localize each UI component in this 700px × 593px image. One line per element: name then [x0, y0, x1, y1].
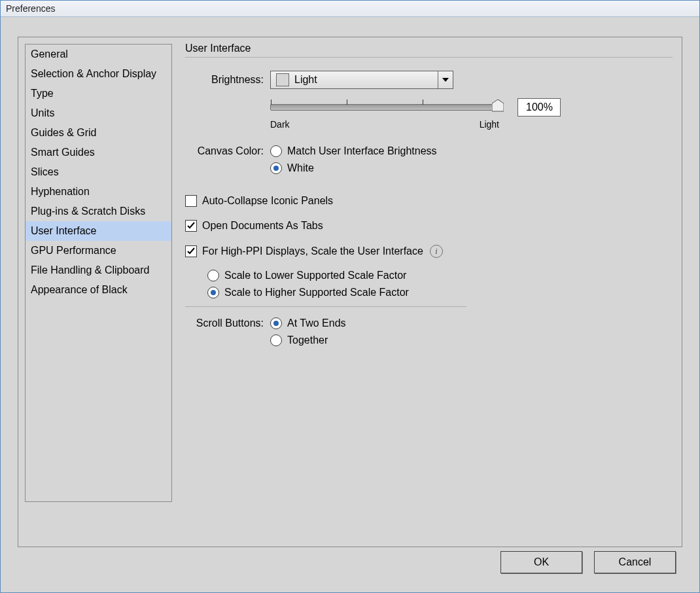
radio-label: At Two Ends	[287, 317, 346, 329]
nav-item-selection-anchor[interactable]: Selection & Anchor Display	[26, 64, 171, 84]
slider-label-dark: Dark	[270, 119, 290, 130]
canvas-color-match-ui[interactable]: Match User Interface Brightness	[270, 145, 437, 157]
scroll-together-radio[interactable]: Together	[270, 334, 346, 346]
nav-item-guides-grid[interactable]: Guides & Grid	[26, 123, 171, 143]
brightness-selected-value: Light	[294, 74, 438, 86]
open-as-tabs-checkbox[interactable]: Open Documents As Tabs	[185, 220, 673, 232]
cancel-button[interactable]: Cancel	[594, 551, 676, 573]
slider-thumb-icon[interactable]	[492, 99, 504, 113]
radio-icon	[270, 162, 282, 174]
radio-label: Scale to Higher Supported Scale Factor	[224, 287, 409, 298]
radio-icon	[270, 145, 282, 157]
radio-label: Scale to Lower Supported Scale Factor	[224, 270, 406, 281]
scroll-buttons-label: Scroll Buttons:	[185, 317, 264, 329]
checkbox-label: For High-PPI Displays, Scale the User In…	[202, 245, 423, 257]
brightness-percent-field[interactable]: 100%	[517, 98, 561, 117]
radio-icon	[270, 334, 282, 346]
slider-labels: Dark Light	[270, 119, 499, 130]
nav-item-plugins-scratch[interactable]: Plug-ins & Scratch Disks	[26, 202, 171, 221]
scroll-buttons-radiogroup: At Two Ends Together	[270, 317, 346, 351]
nav-item-user-interface[interactable]: User Interface	[26, 221, 171, 241]
radio-icon	[270, 317, 282, 329]
preferences-category-list[interactable]: General Selection & Anchor Display Type …	[25, 44, 172, 502]
canvas-color-row: Canvas Color: Match User Interface Brigh…	[185, 145, 673, 179]
divider	[185, 306, 466, 307]
brightness-dropdown[interactable]: Light	[270, 71, 453, 89]
scroll-buttons-row: Scroll Buttons: At Two Ends Together	[185, 317, 673, 351]
preferences-window: Preferences General Selection & Anchor D…	[0, 0, 700, 593]
nav-item-file-handling[interactable]: File Handling & Clipboard	[26, 261, 171, 280]
brightness-row: Brightness: Light	[185, 71, 673, 89]
nav-item-hyphenation[interactable]: Hyphenation	[26, 182, 171, 202]
nav-item-units[interactable]: Units	[26, 103, 171, 123]
radio-label: Match User Interface Brightness	[287, 145, 437, 157]
chevron-down-icon	[438, 71, 453, 88]
info-icon[interactable]: i	[430, 245, 443, 258]
scale-lower-radio[interactable]: Scale to Lower Supported Scale Factor	[207, 270, 673, 281]
brightness-label: Brightness:	[185, 74, 264, 86]
scroll-two-ends-radio[interactable]: At Two Ends	[270, 317, 346, 329]
divider	[185, 57, 673, 58]
auto-collapse-checkbox[interactable]: Auto-Collapse Iconic Panels	[185, 195, 673, 207]
nav-item-type[interactable]: Type	[26, 84, 171, 103]
brightness-slider-group: 100% Dark Light	[270, 98, 525, 130]
nav-item-gpu-performance[interactable]: GPU Performance	[26, 241, 171, 261]
dialog-buttons: OK Cancel	[500, 551, 676, 573]
nav-item-slices[interactable]: Slices	[26, 162, 171, 182]
hi-ppi-sub-radiogroup: Scale to Lower Supported Scale Factor Sc…	[207, 270, 673, 298]
canvas-color-radiogroup: Match User Interface Brightness White	[270, 145, 437, 179]
ok-button[interactable]: OK	[500, 551, 582, 573]
checkbox-label: Auto-Collapse Iconic Panels	[202, 195, 333, 207]
nav-item-smart-guides[interactable]: Smart Guides	[26, 143, 171, 162]
radio-icon	[207, 287, 219, 298]
radio-icon	[207, 270, 219, 281]
slider-label-light: Light	[480, 119, 499, 130]
nav-item-general[interactable]: General	[26, 45, 171, 64]
scale-higher-radio[interactable]: Scale to Higher Supported Scale Factor	[207, 287, 673, 298]
window-title: Preferences	[1, 1, 699, 17]
canvas-color-white[interactable]: White	[270, 162, 437, 174]
svg-marker-0	[442, 78, 449, 82]
content-frame: General Selection & Anchor Display Type …	[18, 37, 682, 547]
checkbox-label: Open Documents As Tabs	[202, 220, 323, 232]
radio-label: Together	[287, 334, 328, 346]
checkbox-icon	[185, 195, 197, 207]
checkbox-icon	[185, 245, 197, 257]
brightness-slider[interactable]	[270, 104, 500, 111]
brightness-swatch-icon	[276, 73, 289, 86]
panel-title: User Interface	[185, 43, 673, 54]
canvas-color-label: Canvas Color:	[185, 145, 264, 157]
settings-panel: User Interface Brightness: Light	[172, 44, 673, 540]
svg-marker-1	[492, 99, 504, 111]
nav-item-appearance-of-black[interactable]: Appearance of Black	[26, 280, 171, 300]
client-area: General Selection & Anchor Display Type …	[1, 17, 699, 593]
radio-label: White	[287, 162, 314, 174]
checkbox-icon	[185, 220, 197, 232]
hi-ppi-checkbox[interactable]: For High-PPI Displays, Scale the User In…	[185, 245, 673, 258]
